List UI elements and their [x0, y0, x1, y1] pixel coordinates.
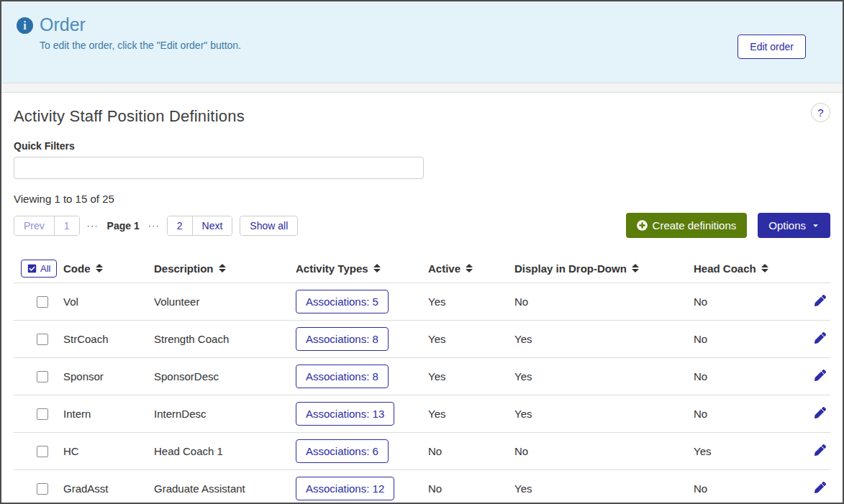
associations-button[interactable]: Associations: 5 [296, 290, 389, 313]
table-row: Vol Volunteer Associations: 5 Yes No No [14, 283, 830, 320]
row-checkbox[interactable] [37, 446, 48, 457]
cell-head-coach: No [694, 295, 813, 308]
pagination-page-1-button[interactable]: 1 [54, 216, 79, 235]
pagination-ellipsis-right: ··· [148, 220, 160, 231]
pencil-icon [814, 407, 826, 418]
cell-description: InternDesc [154, 408, 296, 420]
table-row: Intern InternDesc Associations: 13 Yes Y… [14, 395, 830, 432]
help-icon[interactable]: ? [811, 103, 830, 122]
edit-row-button[interactable] [813, 368, 827, 385]
cell-head-coach: Yes [694, 445, 813, 457]
sort-icon [761, 264, 768, 272]
order-info-banner: i Order To edit the order, click the "Ed… [1, 1, 843, 83]
edit-row-button[interactable] [813, 443, 827, 459]
table-row: Sponsor SponsorDesc Associations: 8 Yes … [14, 357, 830, 395]
section-divider [1, 83, 843, 93]
cell-code: HC [63, 445, 154, 457]
cell-active: Yes [428, 370, 514, 382]
cell-display-in-dropdown: Yes [514, 408, 694, 420]
cell-code: Sponsor [63, 370, 154, 382]
cell-display-in-dropdown: Yes [514, 370, 694, 382]
page-title: Activity Staff Position Definitions [14, 107, 245, 126]
cell-active: Yes [428, 333, 514, 345]
options-label: Options [768, 219, 806, 232]
create-definitions-button[interactable]: Create definitions [626, 213, 748, 238]
create-definitions-label: Create definitions [653, 219, 737, 232]
row-checkbox[interactable] [37, 371, 48, 382]
cell-head-coach: No [694, 370, 813, 382]
pagination-next-button[interactable]: Next [192, 216, 232, 235]
cell-display-in-dropdown: No [514, 295, 694, 308]
edit-row-button[interactable] [813, 406, 827, 422]
pencil-icon [814, 444, 826, 456]
row-checkbox[interactable] [37, 296, 48, 308]
check-square-icon [27, 264, 37, 273]
table-row: HC Head Coach 1 Associations: 6 No No Ye… [14, 432, 830, 469]
associations-button[interactable]: Associations: 12 [296, 477, 394, 500]
pencil-icon [814, 295, 826, 306]
select-all-button[interactable]: All [21, 260, 57, 278]
cell-head-coach: No [694, 482, 813, 495]
table-body: Vol Volunteer Associations: 5 Yes No No … [14, 283, 830, 504]
table-header-row: All Code Description Activity Types Acti… [14, 254, 830, 283]
pencil-icon [814, 370, 826, 381]
associations-button[interactable]: Associations: 6 [296, 439, 389, 463]
pagination-prev-button[interactable]: Prev [14, 216, 54, 235]
options-button[interactable]: Options [758, 213, 830, 238]
sort-icon [373, 264, 381, 272]
sort-icon [466, 264, 473, 272]
pagination-ellipsis-left: ··· [87, 220, 99, 231]
definitions-table: All Code Description Activity Types Acti… [14, 254, 830, 504]
select-all-label: All [40, 263, 50, 274]
pencil-icon [814, 482, 826, 493]
cell-active: No [428, 482, 514, 495]
column-header-head-coach[interactable]: Head Coach [694, 262, 813, 275]
row-checkbox[interactable] [37, 408, 48, 420]
cell-description: Graduate Assistant [154, 482, 296, 495]
row-checkbox[interactable] [37, 334, 48, 345]
associations-button[interactable]: Associations: 8 [296, 327, 389, 351]
table-row: StrCoach Strength Coach Associations: 8 … [14, 320, 830, 357]
sort-icon [632, 264, 639, 272]
cell-description: SponsorDesc [154, 370, 296, 382]
cell-description: Strength Coach [154, 333, 296, 345]
quick-filters-input[interactable] [14, 157, 424, 179]
app-window: i Order To edit the order, click the "Ed… [0, 0, 844, 504]
caret-down-icon [812, 221, 820, 229]
edit-row-button[interactable] [813, 293, 827, 310]
column-header-code[interactable]: Code [63, 262, 154, 275]
associations-button[interactable]: Associations: 8 [296, 365, 389, 388]
column-header-activity-types[interactable]: Activity Types [296, 262, 428, 275]
cell-code: StrCoach [63, 333, 154, 345]
cell-display-in-dropdown: No [514, 445, 694, 457]
edit-order-button[interactable]: Edit order [738, 35, 806, 59]
pagination: Prev 1 ··· Page 1 ··· 2 Next Show all [14, 216, 298, 236]
info-circle-icon: i [17, 17, 33, 34]
quick-filters-label: Quick Filters [14, 140, 830, 152]
cell-description: Head Coach 1 [154, 445, 296, 457]
pagination-current-page: Page 1 [107, 220, 140, 232]
banner-title: Order [40, 14, 828, 35]
column-header-display-in-dropdown[interactable]: Display in Drop-Down [514, 262, 694, 275]
edit-row-button[interactable] [813, 480, 827, 497]
cell-active: Yes [428, 408, 514, 420]
associations-button[interactable]: Associations: 13 [296, 402, 394, 426]
cell-code: Vol [63, 295, 154, 308]
banner-subtitle: To edit the order, click the "Edit order… [40, 40, 828, 51]
sort-icon [96, 264, 103, 272]
sort-icon [219, 264, 226, 272]
pagination-page-2-button[interactable]: 2 [168, 216, 192, 235]
edit-row-button[interactable] [813, 331, 827, 347]
plus-circle-icon [637, 220, 648, 231]
cell-active: No [428, 445, 514, 457]
row-checkbox[interactable] [37, 483, 48, 495]
pagination-show-all-button[interactable]: Show all [240, 216, 298, 236]
viewing-status: Viewing 1 to 15 of 25 [14, 193, 830, 205]
cell-code: Intern [63, 408, 154, 420]
cell-active: Yes [428, 295, 514, 308]
column-header-active[interactable]: Active [428, 262, 514, 275]
cell-head-coach: No [694, 408, 813, 420]
column-header-description[interactable]: Description [154, 262, 296, 275]
cell-description: Volunteer [154, 295, 296, 308]
main-content: Activity Staff Position Definitions ? Qu… [1, 93, 843, 504]
